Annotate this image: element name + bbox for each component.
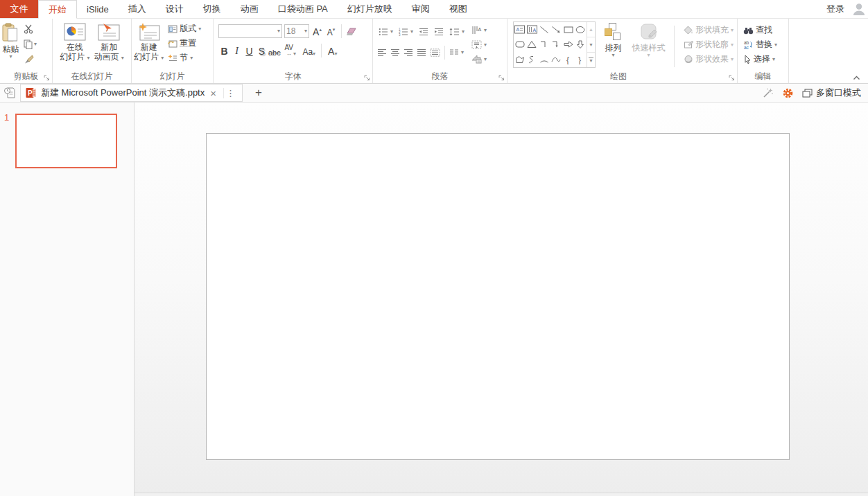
shape-elbow-arrow-connector[interactable] [550, 37, 563, 53]
underline-button[interactable]: U [243, 44, 255, 57]
arrange-button[interactable]: 排列 ▾ [601, 21, 625, 58]
clear-formatting-button[interactable] [346, 24, 358, 38]
align-right-button[interactable] [403, 48, 413, 57]
shape-vertical-textbox[interactable]: A [526, 22, 539, 37]
shape-arrow[interactable] [550, 22, 563, 37]
font-name-combobox[interactable]: ▾ [218, 24, 282, 38]
align-center-button[interactable] [390, 48, 400, 57]
new-tab-button[interactable]: + [251, 86, 266, 100]
tab-animations[interactable]: 动画 [231, 0, 268, 18]
new-slide-button[interactable]: 新建 幻灯片 ▾ [134, 21, 164, 62]
magic-wand-button[interactable] [762, 87, 774, 98]
tab-menu-icon[interactable]: ⋮ [223, 88, 237, 98]
shape-rectangle[interactable] [562, 22, 575, 37]
left-right-arrow-icon: ↔ [286, 51, 292, 57]
justify-button[interactable] [417, 48, 426, 57]
font-size-input[interactable] [286, 26, 304, 36]
slide-thumbnail[interactable] [15, 114, 117, 168]
shape-scribble[interactable] [526, 52, 539, 67]
shrink-font-button[interactable]: A▾ [325, 24, 337, 38]
login-button[interactable]: 登录 [821, 0, 850, 18]
tab-design[interactable]: 设计 [156, 0, 193, 18]
text-direction-button[interactable]: A ▾ [470, 23, 488, 37]
shape-arc[interactable] [538, 52, 550, 67]
dialog-launcher-icon [498, 75, 505, 81]
tab-home[interactable]: 开始 [38, 0, 77, 19]
tab-transitions[interactable]: 切换 [193, 0, 231, 18]
align-left-button[interactable] [377, 48, 387, 57]
shapes-scroll-down-button[interactable]: ▼ [587, 37, 595, 52]
shape-freeform[interactable] [514, 52, 526, 67]
settings-button[interactable] [782, 87, 794, 99]
font-dialog-launcher[interactable] [363, 73, 371, 82]
shape-triangle[interactable] [526, 37, 539, 53]
shape-effects-button[interactable]: 形状效果 ▾ [682, 52, 735, 67]
change-case-button[interactable]: Aa▾ [300, 44, 318, 57]
text-shadow-button[interactable]: S [256, 44, 268, 57]
shape-down-arrow[interactable] [575, 37, 587, 53]
online-slides-button[interactable]: 在线 幻灯片 ▾ [60, 21, 89, 62]
paragraph-dialog-launcher[interactable] [497, 73, 505, 82]
tab-view[interactable]: 视图 [440, 0, 477, 18]
tab-pocket-animation[interactable]: 口袋动画 PA [268, 0, 338, 18]
shape-rounded-rectangle[interactable] [514, 37, 526, 53]
collapse-ribbon-button[interactable] [853, 76, 860, 80]
align-text-button[interactable]: ▾ [470, 37, 488, 52]
convert-smartart-button[interactable]: ▾ [470, 52, 488, 67]
italic-button[interactable]: I [231, 44, 243, 57]
tab-review[interactable]: 审阅 [402, 0, 440, 18]
drawing-dialog-launcher[interactable] [727, 73, 736, 82]
document-tab[interactable]: P 新建 Microsoft PowerPoint 演示文稿.pptx × ⋮ [20, 84, 243, 102]
font-size-combobox[interactable]: ▾ [284, 24, 309, 38]
slide-canvas[interactable] [206, 133, 790, 460]
shape-elbow-connector[interactable] [538, 37, 550, 53]
font-name-input[interactable] [220, 26, 277, 36]
shape-line[interactable] [538, 22, 550, 37]
shape-right-brace[interactable]: } [575, 52, 587, 67]
select-button[interactable]: 选择 ▾ [742, 52, 786, 67]
replace-button[interactable]: ab ac 替换 ▾ [742, 37, 786, 52]
new-animation-page-button[interactable]: 新加 动画页 ▾ [94, 21, 124, 62]
shape-outline-button[interactable]: 形状轮廓 ▾ [682, 37, 735, 52]
tab-file[interactable]: 文件 [0, 0, 38, 18]
columns-button[interactable]: ▾ [449, 45, 464, 60]
shapes-more-button[interactable]: ▼ [587, 52, 595, 67]
character-spacing-button[interactable]: AV ↔ ▾ [281, 44, 300, 57]
numbering-button[interactable]: 123 ▾ [397, 24, 415, 39]
increase-indent-button[interactable] [433, 24, 445, 39]
copy-button[interactable]: ▾ [22, 37, 38, 52]
close-tab-icon[interactable]: × [209, 87, 218, 99]
slide-thumbnail-item[interactable]: 1 [4, 114, 134, 168]
shape-curve[interactable] [550, 52, 563, 67]
shape-right-arrow[interactable] [562, 37, 575, 53]
strikethrough-button[interactable]: abc [268, 44, 281, 57]
line-spacing-button[interactable]: ▾ [448, 24, 466, 39]
chevron-down-icon: ▾ [461, 50, 464, 55]
tab-slideshow[interactable]: 幻灯片放映 [338, 0, 402, 18]
cut-button[interactable] [22, 21, 38, 37]
recent-documents-button[interactable] [1, 85, 18, 101]
font-color-button[interactable]: A▾ [324, 44, 341, 57]
shapes-scroll-up-button[interactable]: ▲ [587, 22, 595, 37]
shape-textbox[interactable]: A [514, 22, 526, 37]
grow-font-button[interactable]: A▴ [311, 24, 323, 38]
shape-fill-button[interactable]: 形状填充 ▾ [682, 23, 735, 37]
section-button[interactable]: 节 ▾ [166, 51, 202, 65]
shape-left-brace[interactable]: { [562, 52, 575, 67]
find-button[interactable]: 查找 [742, 23, 786, 37]
reset-button[interactable]: 重置 [166, 36, 202, 51]
tab-insert[interactable]: 插入 [119, 0, 156, 18]
bold-button[interactable]: B [218, 44, 230, 57]
quick-styles-button[interactable]: 快速样式 ▾ [631, 21, 666, 58]
clipboard-dialog-launcher[interactable] [42, 73, 51, 82]
layout-button[interactable]: 版式 ▾ [166, 21, 202, 36]
distribute-text-button[interactable] [430, 48, 440, 57]
decrease-indent-button[interactable] [417, 24, 430, 39]
format-painter-button[interactable] [22, 52, 38, 67]
user-avatar-icon[interactable] [850, 0, 868, 18]
multi-window-mode-button[interactable]: 多窗口模式 [802, 87, 861, 99]
bullets-button[interactable]: ▾ [377, 24, 394, 39]
tab-islide[interactable]: iSlide [77, 0, 119, 18]
paste-button[interactable]: 粘贴 ▾ [2, 21, 19, 67]
shape-oval[interactable] [575, 22, 587, 37]
